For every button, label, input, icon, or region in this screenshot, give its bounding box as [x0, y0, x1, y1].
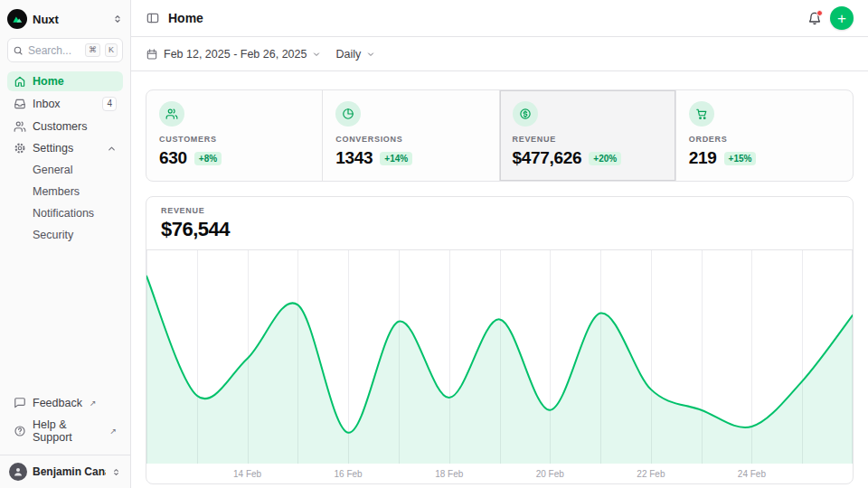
svg-text:24 Feb: 24 Feb	[738, 469, 767, 479]
svg-text:18 Feb: 18 Feb	[435, 469, 464, 479]
stat-value: 219	[689, 148, 717, 168]
sidebar-nav: Home Inbox 4 Customers Settings	[0, 71, 130, 245]
sidebar-item-settings[interactable]: Settings	[7, 138, 123, 158]
chevron-down-icon	[366, 50, 375, 59]
speech-bubble-icon	[14, 397, 26, 409]
stat-orders[interactable]: ORDERS 219 +15%	[676, 90, 853, 181]
kbd-k: K	[105, 43, 118, 57]
feedback-label: Feedback	[33, 397, 82, 409]
settings-subnav: General Members Notifications Security	[7, 160, 123, 245]
chart-title: REVENUE	[161, 206, 838, 215]
search-icon	[13, 45, 24, 56]
page-title: Home	[168, 11, 203, 25]
stat-value: 1343	[335, 148, 373, 168]
chart-header: REVENUE $76,544	[146, 197, 853, 250]
revenue-chart-card: REVENUE $76,544 14 Feb16 Feb18 Feb20 Feb…	[146, 196, 854, 484]
help-support-link[interactable]: Help & Support↗	[7, 415, 123, 447]
stat-label: CUSTOMERS	[159, 135, 309, 144]
help-circle-icon	[14, 425, 26, 437]
stat-delta-badge: +14%	[380, 152, 412, 165]
stat-revenue[interactable]: REVENUE $477,626 +20%	[500, 90, 676, 181]
help-support-label: Help & Support	[33, 418, 102, 444]
filters-toolbar: Feb 12, 2025 - Feb 26, 2025 Daily	[131, 37, 868, 71]
pie-chart-icon	[335, 101, 361, 127]
chevron-up-icon	[107, 144, 117, 154]
sidebar-item-home[interactable]: Home	[7, 71, 123, 91]
sidebar-item-notifications[interactable]: Notifications	[7, 203, 123, 223]
inbox-icon	[14, 98, 26, 110]
dashboard-content: CUSTOMERS 630 +8% CONVERSIONS 1343 +14%	[131, 71, 868, 488]
svg-text:22 Feb: 22 Feb	[637, 469, 665, 479]
stat-label: CONVERSIONS	[335, 135, 486, 144]
notification-dot	[816, 10, 823, 16]
svg-text:20 Feb: 20 Feb	[536, 469, 565, 479]
feedback-link[interactable]: Feedback↗	[7, 393, 123, 413]
sidebar-footer: Feedback↗ Help & Support↗	[0, 393, 130, 455]
app-window: Nuxt Search... ⌘ K Home	[0, 0, 868, 488]
sidebar-item-label: Inbox	[33, 98, 61, 110]
users-icon	[14, 120, 26, 133]
stat-value: 630	[159, 148, 187, 168]
sidebar: Nuxt Search... ⌘ K Home	[0, 0, 131, 488]
granularity-select[interactable]: Daily	[335, 48, 375, 61]
inbox-count-badge: 4	[102, 97, 117, 111]
external-link-icon: ↗	[109, 427, 117, 436]
search-input[interactable]: Search... ⌘ K	[7, 38, 123, 62]
stat-delta-badge: +15%	[724, 152, 757, 165]
home-icon	[14, 75, 26, 88]
sidebar-item-security[interactable]: Security	[7, 225, 123, 245]
sidebar-item-label: Home	[33, 75, 64, 88]
stat-delta-badge: +20%	[589, 152, 621, 165]
notifications-button[interactable]	[807, 11, 822, 25]
calendar-icon	[146, 48, 158, 61]
stat-label: ORDERS	[689, 135, 840, 144]
sidebar-spacer	[0, 245, 130, 393]
selector-chevrons-icon	[111, 467, 121, 477]
dollar-circle-icon	[513, 101, 538, 127]
sidebar-item-general[interactable]: General	[7, 160, 123, 180]
chart-current-value: $76,544	[161, 218, 838, 241]
svg-text:16 Feb: 16 Feb	[335, 469, 363, 479]
date-range-label: Feb 12, 2025 - Feb 26, 2025	[164, 48, 307, 61]
workspace-name: Nuxt	[33, 13, 107, 26]
sidebar-item-label: Settings	[33, 142, 73, 155]
nuxt-logo-icon	[7, 9, 27, 29]
main-area: Home + Feb 12, 2025 - Feb 26, 2025 Daily	[131, 0, 868, 488]
page-header: Home +	[131, 0, 868, 37]
external-link-icon: ↗	[90, 399, 97, 408]
stat-delta-badge: +8%	[194, 152, 222, 165]
chevron-down-icon	[312, 50, 321, 59]
sidebar-item-customers[interactable]: Customers	[7, 117, 123, 136]
user-name: Benjamin Canac	[33, 465, 106, 478]
date-range-picker[interactable]: Feb 12, 2025 - Feb 26, 2025	[146, 48, 321, 61]
user-menu[interactable]: Benjamin Canac	[0, 455, 130, 488]
sidebar-item-inbox[interactable]: Inbox 4	[7, 93, 123, 115]
granularity-label: Daily	[335, 48, 361, 61]
selector-chevrons-icon	[112, 14, 123, 24]
stat-customers[interactable]: CUSTOMERS 630 +8%	[146, 90, 323, 181]
svg-text:14 Feb: 14 Feb	[233, 469, 262, 479]
kbd-cmd: ⌘	[85, 43, 100, 57]
stat-conversions[interactable]: CONVERSIONS 1343 +14%	[323, 90, 499, 181]
search-placeholder: Search...	[28, 44, 80, 57]
stat-value: $477,626	[513, 148, 582, 168]
add-button[interactable]: +	[830, 6, 854, 30]
stats-row: CUSTOMERS 630 +8% CONVERSIONS 1343 +14%	[146, 89, 854, 182]
avatar	[9, 463, 27, 481]
plus-icon: +	[837, 11, 846, 26]
users-icon	[159, 101, 184, 127]
stat-label: REVENUE	[513, 135, 663, 144]
cart-icon	[689, 101, 714, 127]
gear-icon	[14, 142, 26, 155]
workspace-switcher[interactable]: Nuxt	[0, 0, 130, 34]
panel-left-icon[interactable]	[146, 11, 160, 25]
sidebar-item-members[interactable]: Members	[7, 182, 123, 202]
sidebar-item-label: Customers	[33, 120, 87, 133]
revenue-chart-body[interactable]: 14 Feb16 Feb18 Feb20 Feb22 Feb24 Feb	[146, 250, 853, 483]
